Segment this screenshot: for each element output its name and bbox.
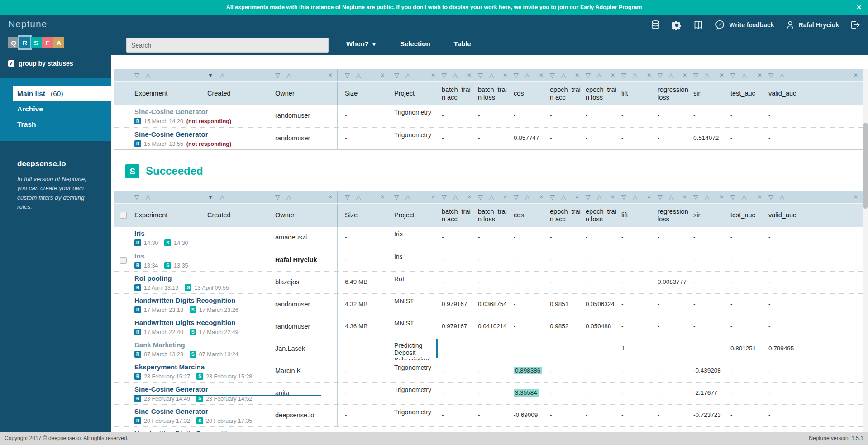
project-cell-scrollbar[interactable] — [436, 339, 438, 358]
sort-asc-icon[interactable]: △ — [780, 193, 785, 201]
banner-close-icon[interactable]: ✕ — [856, 0, 862, 15]
vertical-scrollbar[interactable] — [863, 69, 868, 432]
experiment-link[interactable]: Sine-Cosine Generator — [134, 130, 208, 138]
sidebar-item-trash[interactable]: Trash — [0, 117, 111, 132]
column-header-epoch_train-loss[interactable]: epoch_train loss — [584, 204, 620, 227]
menu-when[interactable]: When?▼ — [346, 40, 377, 48]
sort-asc-icon[interactable]: △ — [597, 193, 602, 201]
remove-column-icon[interactable]: ✕ — [682, 72, 687, 78]
sort-asc-icon[interactable]: △ — [669, 72, 674, 79]
sort-asc-icon[interactable]: △ — [780, 72, 785, 79]
sort-asc-icon[interactable]: △ — [561, 193, 566, 201]
filter-funnel-icon[interactable]: ▽ — [550, 193, 555, 201]
filter-funnel-icon[interactable]: ▽ — [275, 72, 280, 79]
documentation-book-icon[interactable] — [693, 19, 704, 30]
filter-funnel-icon[interactable]: ▽ — [478, 72, 483, 79]
remove-column-icon[interactable]: ✕ — [380, 194, 385, 200]
column-header-cos[interactable]: cos — [512, 82, 548, 105]
remove-column-icon[interactable]: ✕ — [467, 194, 472, 200]
early-adopter-link[interactable]: Early Adopter Program — [580, 4, 642, 10]
sort-asc-icon[interactable]: △ — [561, 72, 566, 79]
sort-asc-icon[interactable]: △ — [286, 72, 291, 79]
remove-column-icon[interactable]: ✕ — [380, 72, 385, 78]
column-header-experiment[interactable]: Experiment — [114, 204, 199, 227]
sort-asc-icon[interactable]: △ — [489, 72, 494, 79]
status-badge-f[interactable]: F — [42, 37, 53, 48]
filter-funnel-icon[interactable]: ▽ — [658, 72, 663, 79]
menu-table[interactable]: Table — [454, 40, 471, 48]
experiment-link[interactable]: Handwritten Digits Recognition — [134, 319, 235, 326]
sort-desc-active-icon[interactable]: ▼ — [207, 72, 214, 79]
column-header-size[interactable]: Size — [337, 204, 389, 227]
remove-column-icon[interactable]: ✕ — [682, 194, 687, 200]
experiment-link[interactable]: Bank Marketing — [134, 341, 185, 349]
experiment-link[interactable]: Sine-Cosine Generator — [134, 407, 208, 415]
scrollbar-thumb[interactable] — [863, 123, 868, 209]
status-badge-s[interactable]: S — [31, 37, 42, 48]
settings-gear-icon[interactable] — [672, 20, 682, 30]
select-all-checkbox[interactable] — [120, 212, 127, 219]
sort-asc-icon[interactable]: △ — [633, 193, 638, 201]
remove-column-icon[interactable]: ✕ — [431, 72, 435, 78]
sort-asc-icon[interactable]: △ — [453, 193, 458, 201]
column-header-batch_train-loss[interactable]: batch_train loss — [476, 82, 512, 105]
sort-asc-icon[interactable]: △ — [146, 193, 151, 201]
column-header-project[interactable]: Project — [389, 82, 440, 105]
column-header-epoch_train-loss[interactable]: epoch_train loss — [584, 82, 620, 105]
column-header-owner[interactable]: Owner — [267, 204, 337, 227]
sort-asc-icon[interactable]: △ — [405, 72, 410, 79]
remove-column-icon[interactable]: ✕ — [575, 72, 579, 78]
filter-funnel-icon[interactable]: ▽ — [514, 193, 519, 201]
sort-asc-icon[interactable]: △ — [356, 193, 361, 201]
column-header-lift[interactable]: lift — [620, 204, 656, 227]
remove-column-icon[interactable]: ✕ — [720, 72, 724, 78]
sort-asc-icon[interactable]: △ — [356, 72, 361, 79]
neptune-logo[interactable]: Neptune — [8, 19, 47, 29]
remove-column-icon[interactable]: ✕ — [758, 194, 762, 200]
remove-column-icon[interactable]: ✕ — [539, 194, 544, 200]
sort-asc-icon[interactable]: △ — [405, 193, 410, 201]
sort-asc-icon[interactable]: △ — [286, 193, 291, 201]
experiment-link[interactable]: Iris — [134, 230, 145, 237]
column-header-created[interactable]: Created — [199, 204, 267, 227]
filter-funnel-icon[interactable]: ▽ — [586, 72, 591, 79]
group-by-statuses-toggle[interactable]: ✓ group by statuses — [0, 55, 111, 67]
experiment-link[interactable]: Iris — [134, 252, 145, 260]
status-badge-q[interactable]: Q — [8, 37, 19, 48]
column-header-sin[interactable]: sin — [692, 82, 729, 105]
filter-funnel-icon[interactable]: ▽ — [658, 193, 663, 201]
column-header-regression-loss[interactable]: regression loss — [656, 204, 692, 227]
menu-selection[interactable]: Selection — [400, 40, 430, 48]
filter-funnel-icon[interactable]: ▽ — [730, 193, 735, 201]
sort-asc-icon[interactable]: △ — [525, 193, 530, 201]
experiment-link[interactable]: RoI pooling — [134, 274, 172, 282]
column-header-regression-loss[interactable]: regression loss — [656, 82, 692, 105]
column-header-lift[interactable]: lift — [620, 82, 656, 105]
sort-asc-icon[interactable]: △ — [597, 72, 602, 79]
remove-column-icon[interactable]: ✕ — [610, 72, 615, 78]
remove-column-icon[interactable]: ✕ — [503, 72, 507, 78]
remove-column-icon[interactable]: ✕ — [720, 194, 724, 200]
filter-funnel-icon[interactable]: ▽ — [275, 193, 280, 201]
sort-asc-icon[interactable]: △ — [525, 72, 530, 79]
filter-funnel-icon[interactable]: ▽ — [693, 72, 698, 79]
remove-column-icon[interactable]: ✕ — [854, 72, 858, 78]
column-header-batch_train-acc[interactable]: batch_train acc — [440, 82, 476, 105]
filter-funnel-icon[interactable]: ▽ — [768, 193, 773, 201]
sort-asc-icon[interactable]: △ — [220, 193, 225, 201]
sort-asc-icon[interactable]: △ — [633, 72, 638, 79]
sort-desc-active-icon[interactable]: ▼ — [207, 193, 214, 201]
filter-funnel-icon[interactable]: ▽ — [442, 72, 447, 79]
remove-column-icon[interactable]: ✕ — [758, 72, 762, 78]
filter-funnel-icon[interactable]: ▽ — [442, 193, 447, 201]
sort-asc-icon[interactable]: △ — [742, 72, 747, 79]
sort-asc-icon[interactable]: △ — [220, 72, 225, 79]
filter-funnel-icon[interactable]: ▽ — [730, 72, 735, 79]
user-menu[interactable]: Rafal Hryciuk — [785, 20, 839, 30]
row-checkbox[interactable] — [120, 257, 127, 264]
remove-column-icon[interactable]: ✕ — [503, 194, 507, 200]
remove-column-icon[interactable]: ✕ — [431, 194, 435, 200]
column-header-test_auc[interactable]: test_auc — [729, 204, 767, 227]
column-header-created[interactable]: Created — [199, 82, 267, 105]
search-input[interactable] — [126, 38, 329, 53]
